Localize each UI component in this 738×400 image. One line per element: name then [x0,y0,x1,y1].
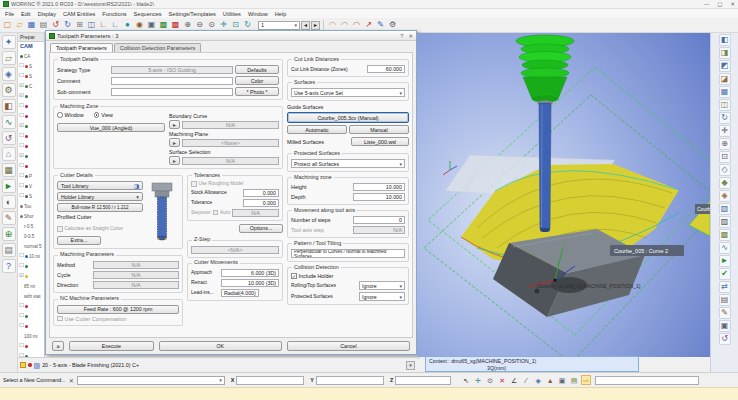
y-coordinate-input[interactable] [316,376,384,385]
tree-checkbox[interactable]: ☐ [19,173,24,179]
command-combo[interactable]: ▾ [77,376,225,385]
tree-row[interactable]: ☐ S [18,61,44,71]
toolbar-icon[interactable]: ⊙ [206,20,217,31]
toolbar-icon[interactable]: ↻ [242,20,253,31]
toolbar-icon[interactable]: ⊕ [182,20,193,31]
protected-surfaces-select[interactable]: Protect all Surfaces ▾ [291,159,405,168]
tree-row[interactable]: ☐ [18,301,44,311]
export-icon[interactable]: ⇨ [581,375,591,385]
boundary-picker-icon[interactable]: ► [169,120,180,129]
manual-button[interactable]: Manual [349,125,409,134]
menu-item[interactable]: File [5,11,14,17]
view-toolbar-icon[interactable]: ⇄ [719,281,731,293]
tree-row[interactable]: 100 mi [18,331,44,341]
tree-row[interactable]: ☑ [18,121,44,131]
statusbar-icon[interactable]: ∠ [509,375,519,385]
view-toolbar-icon[interactable]: ◧ [719,34,731,46]
stock-allowance-field[interactable]: 0.000 [243,189,279,197]
tree-row[interactable]: ☐ V [18,181,44,191]
tree-row[interactable]: ☐ [18,111,44,121]
toolbar-icon[interactable]: ▢ [2,20,13,31]
minimize-button[interactable]: — [704,1,710,7]
toolbar-icon[interactable]: ◉ [134,20,145,31]
automatic-button[interactable]: Automatic [287,125,347,134]
tree-checkbox[interactable]: ☐ [19,163,24,169]
toolbar-icon[interactable]: ▩ [170,20,181,31]
tree-row[interactable]: ☐ [18,341,44,351]
tab-collision-detection[interactable]: Collision Detection Parameters [114,43,202,52]
tree-checkbox[interactable]: ☐ [19,113,24,119]
statusbar-icon[interactable]: ▲ [545,375,555,385]
tree-row[interactable]: ☐ [18,141,44,151]
view-toolbar-icon[interactable]: ⊕ [719,138,731,150]
view-select-button[interactable]: Vue_000 (Angled) [57,123,165,132]
comment-input[interactable] [111,77,233,85]
menu-item[interactable]: CAM Entities [63,11,95,17]
left-toolbar-icon[interactable]: ∿ [2,115,16,129]
depth-field[interactable]: 10.000 [353,193,405,201]
cut-link-distance-field[interactable]: 60.000 [367,65,405,73]
execute-options-icon[interactable]: ≡ [52,341,64,351]
guide-curve-button[interactable]: Courbe_005.3cv (Manual) [287,112,409,123]
left-toolbar-icon[interactable]: ✦ [2,35,16,49]
view-number-combo[interactable]: 1 ▾ [258,21,300,30]
left-toolbar-icon[interactable]: ⊕ [2,227,16,241]
left-toolbar-icon[interactable]: ◈ [2,67,16,81]
sequence-check-icon[interactable] [20,362,26,368]
tolerance-field[interactable]: 0.000 [243,199,279,207]
subcomment-input[interactable] [111,88,233,96]
toolbar-icon[interactable]: ▣ [146,20,157,31]
tree-row[interactable]: ☐ 10 mi [18,251,44,261]
holder-library-button[interactable]: Holder Library ▾ [57,192,143,201]
straight-cutter-checkbox[interactable] [57,226,63,232]
tree-row[interactable]: ☐ [18,321,44,331]
menu-item[interactable]: Display [38,11,56,17]
dialog-title-bar[interactable]: Toolpath Parameters : 3 ? ✕ [46,31,416,41]
tab-toolpath-parameters[interactable]: Toolpath Parameters [50,43,113,52]
height-field[interactable]: 10.000 [353,183,405,191]
left-toolbar-icon[interactable]: ? [2,259,16,273]
approach-field[interactable]: 6.000 (3D) [221,269,279,277]
view-toolbar-icon[interactable]: ▩ [719,229,731,241]
toolbar-icon[interactable]: ⊞ [74,20,85,31]
tree-checkbox[interactable]: ☐ [19,263,24,269]
protected-surfaces-collision-select[interactable]: Ignore ▾ [359,292,405,301]
tree-row[interactable]: ☐ [18,101,44,111]
tree-checkbox[interactable]: ☐ [19,143,24,149]
tree-row[interactable]: ☐ S [18,191,44,201]
tree-row[interactable]: ☐ S [18,71,44,81]
x-coordinate-input[interactable] [236,376,304,385]
tree-row[interactable]: ☐ [18,261,44,271]
view-toolbar-icon[interactable]: ◨ [719,47,731,59]
tree-row[interactable]: with stat [18,291,44,301]
number-of-steps-field[interactable]: 0 [353,216,405,224]
toolbar-icon[interactable]: ↺ [50,20,61,31]
toolbar-icon[interactable]: ⊖ [194,20,205,31]
rolling-top-surfaces-select[interactable]: Ignore ▾ [359,281,405,290]
tree-checkbox[interactable]: ☐ [19,253,24,259]
statusbar-icon[interactable]: ◈ [533,375,543,385]
photo-button[interactable]: * Photo * [235,87,279,96]
dialog-close-button[interactable]: ✕ [408,33,413,39]
maximize-button[interactable]: ▢ [717,1,722,7]
retract-field[interactable]: 10.000 (3D) [221,279,279,287]
execute-button[interactable]: Execute [69,341,154,351]
tree-row[interactable]: 85 mi [18,281,44,291]
tree-checkbox[interactable]: ☐ [19,133,24,139]
toolbar-icon[interactable]: ▱ [14,20,25,31]
z-coordinate-input[interactable] [395,376,451,385]
view-toolbar-icon[interactable]: ▨ [719,216,731,228]
sequence-dropdown-button[interactable]: ▾ [406,361,415,370]
menu-item[interactable]: Utilities [223,11,241,17]
tree-row[interactable]: Shor [18,211,44,221]
toolbar-icon[interactable]: ▩ [158,20,169,31]
tree-checkbox[interactable]: ☐ [19,63,24,69]
view-toolbar-icon[interactable]: ✎ [719,307,731,319]
statusbar-icon[interactable]: ⁄ [521,375,531,385]
view-toolbar-icon[interactable]: ▣ [719,320,731,332]
left-toolbar-icon[interactable]: ► [2,179,16,193]
view-toolbar-icon[interactable]: ↻ [719,112,731,124]
cam-section-header[interactable]: CAM [18,42,44,51]
tree-checkbox[interactable]: ☐ [19,193,24,199]
tree-checkbox[interactable]: ☑ [19,153,24,159]
